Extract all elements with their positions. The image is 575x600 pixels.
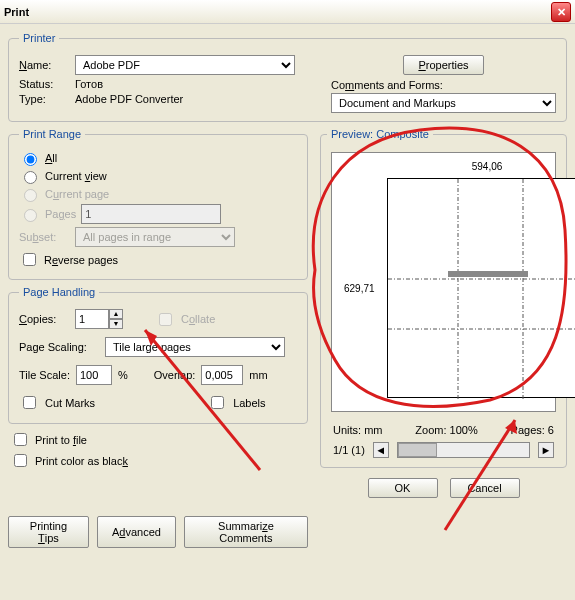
subset-select: All pages in range [75, 227, 235, 247]
tilescale-input[interactable] [76, 365, 112, 385]
labels-checkbox[interactable] [211, 396, 224, 409]
radio-current-view[interactable] [24, 171, 37, 184]
page-handling-group: Page Handling Copies: ▲ ▼ Collate [8, 286, 308, 424]
preview-zoom: Zoom: 100% [415, 424, 477, 436]
all-label: All [45, 152, 57, 164]
scroll-right-icon[interactable]: ► [538, 442, 554, 458]
preview-area: 594,06 629,71 [331, 152, 556, 412]
tilescale-label: Tile Scale: [19, 369, 70, 381]
type-label: Type: [19, 93, 69, 105]
preview-page [387, 178, 575, 398]
overlap-label: Overlap: [154, 369, 196, 381]
copies-input[interactable] [75, 309, 109, 329]
radio-all[interactable] [24, 153, 37, 166]
comments-select[interactable]: Document and Markups [331, 93, 556, 113]
radio-current-page [24, 189, 37, 202]
preview-group: Preview: Composite 594,06 629,71 [320, 128, 567, 468]
summarize-button[interactable]: Summarize Comments [184, 516, 308, 548]
cutmarks-label: Cut Marks [45, 397, 95, 409]
spinner-up-icon[interactable]: ▲ [109, 309, 123, 319]
svg-rect-4 [448, 271, 528, 277]
labels-label: Labels [233, 397, 265, 409]
current-page-label: Current page [45, 188, 109, 200]
comments-label: Comments and Forms: [331, 79, 556, 91]
status-label: Status: [19, 78, 69, 90]
print-black-label: Print color as black [35, 455, 128, 467]
window-title: Print [4, 6, 551, 18]
spinner-down-icon[interactable]: ▼ [109, 319, 123, 329]
overlap-input[interactable] [201, 365, 243, 385]
preview-legend: Preview: Composite [327, 128, 433, 140]
scaling-select[interactable]: Tile large pages [105, 337, 285, 357]
overlap-unit: mm [249, 369, 267, 381]
preview-scrollbar[interactable] [397, 442, 530, 458]
cancel-button[interactable]: Cancel [450, 478, 520, 498]
scroll-left-icon[interactable]: ◄ [373, 442, 389, 458]
printer-name-select[interactable]: Adobe PDF [75, 55, 295, 75]
cutmarks-checkbox[interactable] [23, 396, 36, 409]
name-label: Name: [19, 59, 69, 71]
pages-label: Pages [45, 208, 76, 220]
print-black-checkbox[interactable] [14, 454, 27, 467]
copies-label: Copies: [19, 313, 69, 325]
status-value: Готов [75, 78, 103, 90]
subset-label: Subset: [19, 231, 69, 243]
preview-pages: Pages: 6 [511, 424, 554, 436]
advanced-button[interactable]: Advanced [97, 516, 176, 548]
range-legend: Print Range [19, 128, 85, 140]
print-to-file-label: Print to file [35, 434, 87, 446]
printing-tips-button[interactable]: Printing Tips [8, 516, 89, 548]
print-to-file-checkbox[interactable] [14, 433, 27, 446]
preview-units: Units: mm [333, 424, 383, 436]
ok-button[interactable]: OK [368, 478, 438, 498]
reverse-checkbox[interactable] [23, 253, 36, 266]
printer-legend: Printer [19, 32, 59, 44]
properties-button[interactable]: Properties [403, 55, 483, 75]
titlebar: Print ✕ [0, 0, 575, 24]
current-view-label: Current view [45, 170, 107, 182]
print-range-group: Print Range All Current view Current pag… [8, 128, 308, 280]
reverse-label: Reverse pages [44, 254, 118, 266]
handling-legend: Page Handling [19, 286, 99, 298]
page-nav: 1/1 (1) [333, 444, 365, 456]
close-icon[interactable]: ✕ [551, 2, 571, 22]
preview-width: 594,06 [387, 161, 575, 172]
tilescale-unit: % [118, 369, 128, 381]
pages-input [81, 204, 221, 224]
collate-checkbox [159, 313, 172, 326]
printer-group: Printer Name: Adobe PDF Status: Готов Ty… [8, 32, 567, 122]
radio-pages [24, 209, 37, 222]
type-value: Adobe PDF Converter [75, 93, 183, 105]
preview-height: 629,71 [344, 283, 375, 294]
scaling-label: Page Scaling: [19, 341, 99, 353]
collate-label: Collate [181, 313, 215, 325]
